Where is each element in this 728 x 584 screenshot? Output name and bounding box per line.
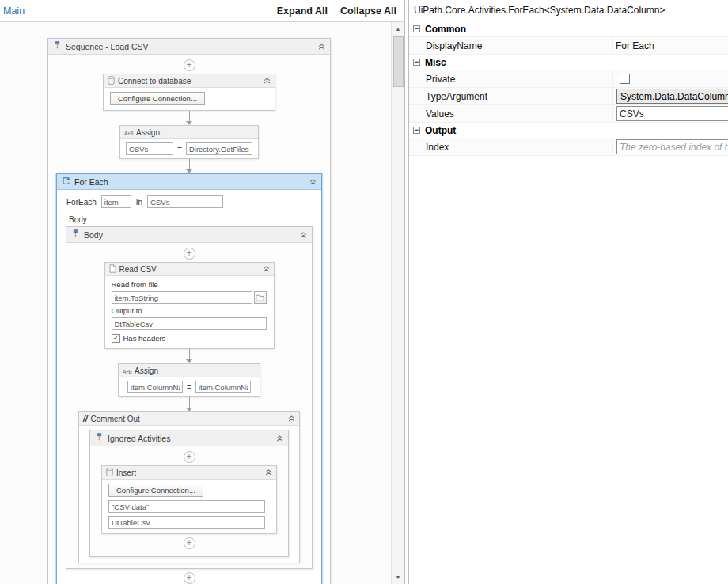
section-title: Misc (425, 57, 446, 68)
database-icon (108, 76, 115, 86)
designer-actions: Expand All Collapse All (277, 6, 396, 17)
comment-out-header[interactable]: Comment Out (79, 412, 299, 426)
add-activity-button[interactable] (184, 248, 195, 260)
read-csv-activity[interactable]: Read CSV Read from file (104, 262, 275, 349)
insert-value-input[interactable] (108, 500, 265, 513)
collapse-chevron-icon[interactable] (263, 266, 270, 272)
body-header[interactable]: Body (66, 227, 312, 243)
assign-header[interactable]: Assign (120, 126, 258, 139)
sequence-icon (53, 41, 62, 52)
displayname-value[interactable]: For Each (616, 40, 654, 51)
sequence-icon (95, 433, 104, 444)
activity-title: Read CSV (119, 265, 157, 274)
property-label: DisplayName (409, 40, 612, 51)
browse-folder-button[interactable] (254, 291, 267, 304)
assign-activity[interactable]: Assign = (118, 363, 260, 397)
foreach-activity[interactable]: For Each ForEach In Body (56, 173, 322, 584)
assign-header[interactable]: Assign (119, 364, 260, 377)
property-row-index: Index (409, 138, 728, 156)
foreach-collection-input[interactable] (147, 195, 223, 208)
ignored-activities-sequence[interactable]: Ignored Activities (89, 430, 289, 557)
output-to-label: Output to (112, 306, 142, 315)
foreach-header[interactable]: For Each (57, 174, 321, 190)
property-label: Private (409, 74, 612, 85)
collapse-section-icon[interactable] (413, 59, 420, 66)
flow-arrow (186, 349, 192, 363)
collapse-section-icon[interactable] (413, 25, 420, 32)
comment-out-icon (83, 415, 88, 423)
workflow-canvas[interactable]: Sequence - Load CSV Connect to database (0, 22, 391, 584)
read-from-file-label: Read from file (112, 280, 158, 289)
configure-connection-button[interactable]: Configure Connection... (110, 92, 205, 105)
section-output[interactable]: Output (409, 123, 728, 138)
property-label: Values (409, 108, 612, 119)
foreach-expression-row: ForEach In (57, 190, 321, 210)
assign-activity[interactable]: Assign = (119, 125, 259, 159)
assign-to-input[interactable] (127, 381, 183, 393)
activity-title: Body (84, 230, 103, 240)
scroll-down-arrow-icon[interactable] (392, 571, 405, 584)
sequence-content: Connect to database Configure Connection… (48, 55, 330, 584)
section-common[interactable]: Common (409, 21, 728, 37)
activity-title: Insert (116, 468, 136, 477)
values-input[interactable] (616, 106, 728, 121)
section-misc[interactable]: Misc (409, 55, 728, 70)
connect-to-database-activity[interactable]: Connect to database Configure Connection… (103, 74, 275, 111)
assign-icon (124, 128, 133, 137)
output-to-input[interactable] (112, 317, 267, 330)
add-activity-button[interactable] (184, 451, 195, 463)
activity-title: Comment Out (91, 415, 140, 423)
designer-topbar: Main Expand All Collapse All (0, 0, 404, 22)
assign-icon (123, 366, 131, 375)
expand-all-button[interactable]: Expand All (277, 6, 328, 17)
assign-value-input[interactable] (186, 142, 252, 155)
equals-sign: = (177, 145, 182, 154)
add-activity-button[interactable] (184, 537, 195, 549)
activity-title: For Each (74, 177, 108, 187)
insert-table-input[interactable] (108, 516, 265, 529)
sequence-activity[interactable]: Sequence - Load CSV Connect to database (47, 38, 331, 584)
assign-to-input[interactable] (126, 142, 173, 155)
assign-value-input[interactable] (195, 381, 251, 393)
ignored-activities-header[interactable]: Ignored Activities (90, 430, 288, 446)
index-input[interactable] (616, 139, 728, 154)
flow-arrow (186, 397, 192, 411)
section-title: Output (425, 125, 456, 136)
read-from-file-input[interactable] (112, 291, 252, 304)
property-row-typeargument: TypeArgument System.Data.DataColumn (409, 88, 728, 105)
insert-activity[interactable]: Insert Configure Connection... (101, 465, 277, 534)
collapse-chevron-icon[interactable] (300, 232, 307, 238)
breadcrumb-main[interactable]: Main (3, 6, 25, 17)
activity-title: Ignored Activities (108, 434, 170, 443)
properties-header: UiPath.Core.Activities.ForEach<System.Da… (409, 0, 728, 21)
configure-connection-button[interactable]: Configure Connection... (108, 484, 203, 497)
scrollbar-thumb[interactable] (393, 36, 404, 87)
sequence-header[interactable]: Sequence - Load CSV (48, 39, 330, 55)
connect-header[interactable]: Connect to database (104, 74, 275, 88)
typeargument-dropdown[interactable]: System.Data.DataColumn (616, 89, 728, 104)
database-icon (106, 468, 113, 478)
foreach-item-input[interactable] (101, 195, 131, 208)
body-caption: Body (57, 210, 321, 226)
collapse-chevron-icon[interactable] (318, 44, 325, 50)
collapse-chevron-icon[interactable] (276, 435, 283, 442)
collapse-chevron-icon[interactable] (309, 179, 317, 185)
has-headers-checkbox[interactable] (112, 334, 120, 343)
property-row-values: Values (409, 105, 728, 123)
canvas-vertical-scrollbar[interactable] (391, 22, 404, 584)
collapse-all-button[interactable]: Collapse All (340, 6, 396, 17)
add-activity-button[interactable] (184, 572, 195, 584)
designer-main: Sequence - Load CSV Connect to database (0, 22, 404, 584)
collapse-chevron-icon[interactable] (288, 415, 295, 422)
body-sequence-activity[interactable]: Body (66, 226, 313, 569)
foreach-label: ForEach (66, 198, 97, 207)
comment-out-activity[interactable]: Comment Out (78, 411, 300, 563)
private-checkbox[interactable] (620, 74, 630, 84)
add-activity-button[interactable] (184, 59, 195, 71)
read-csv-header[interactable]: Read CSV (105, 263, 274, 276)
collapse-chevron-icon[interactable] (265, 469, 272, 476)
collapse-section-icon[interactable] (413, 127, 420, 134)
insert-header[interactable]: Insert (102, 466, 276, 480)
scroll-up-arrow-icon[interactable] (392, 22, 405, 36)
collapse-chevron-icon[interactable] (264, 78, 271, 84)
